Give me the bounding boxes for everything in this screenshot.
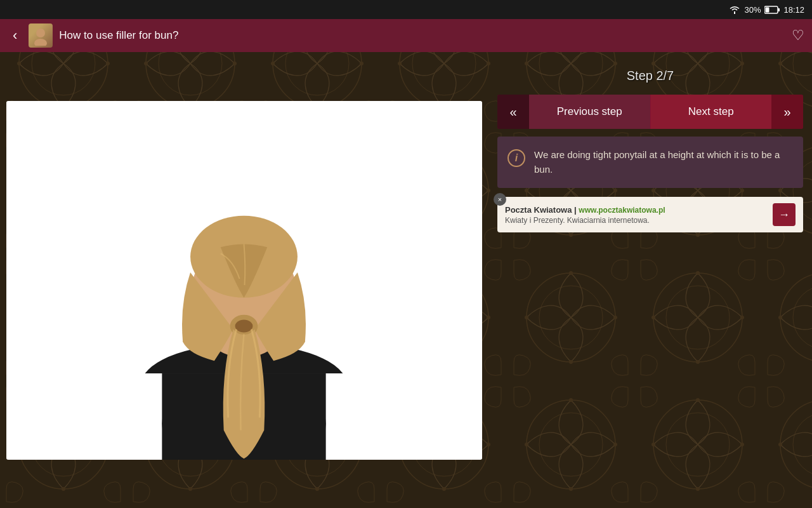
svg-point-11 — [36, 29, 45, 37]
step-label: Step 2/7 — [627, 69, 674, 83]
app-toolbar: ‹ How to use filler for bun? ♡ — [0, 19, 812, 52]
ad-close-button[interactable]: × — [494, 193, 506, 206]
svg-point-20 — [235, 319, 253, 332]
svg-point-12 — [34, 39, 47, 46]
favorite-button[interactable]: ♡ — [792, 27, 804, 44]
page-title: How to use filler for bun? — [59, 29, 785, 42]
ad-cta-button[interactable]: → — [773, 203, 796, 226]
ad-content: Poczta Kwiatowa | www.pocztakwiatowa.pl … — [505, 205, 766, 225]
svg-rect-9 — [778, 8, 780, 11]
image-panel — [0, 52, 488, 508]
ad-url[interactable]: www.pocztakwiatowa.pl — [579, 206, 665, 215]
wifi-icon — [729, 5, 740, 14]
ad-subtitle: Kwiaty i Prezenty. Kwiaciarnia interneto… — [505, 216, 766, 225]
app-logo — [29, 23, 53, 48]
step-indicator: Step 2/7 — [497, 58, 803, 95]
status-bar: 30% 18:12 — [0, 0, 812, 19]
info-icon: i — [508, 149, 525, 167]
ad-banner: × Poczta Kwiatowa | www.pocztakwiatowa.p… — [497, 197, 803, 232]
right-panel: Step 2/7 « Previous step Next step » i W… — [488, 52, 812, 508]
ad-title: Poczta Kwiatowa | www.pocztakwiatowa.pl — [505, 205, 766, 215]
status-icons: 30% 18:12 — [729, 5, 804, 15]
info-box: i We are doing tight ponytail at a heigh… — [497, 137, 803, 188]
battery-percent: 30% — [744, 5, 761, 15]
next-arrow-button[interactable]: » — [771, 95, 803, 129]
svg-rect-10 — [766, 7, 769, 12]
nav-buttons-container: « Previous step Next step » — [497, 95, 803, 129]
info-text: We are doing tight ponytail at a height … — [534, 148, 793, 177]
main-content: Step 2/7 « Previous step Next step » i W… — [0, 52, 812, 508]
step-image — [6, 101, 482, 460]
back-button[interactable]: ‹ — [8, 25, 22, 46]
next-step-button[interactable]: Next step — [651, 95, 772, 129]
status-time: 18:12 — [783, 5, 804, 15]
prev-step-button[interactable]: Previous step — [529, 95, 651, 129]
battery-icon — [764, 6, 780, 14]
prev-arrow-button[interactable]: « — [497, 95, 529, 129]
